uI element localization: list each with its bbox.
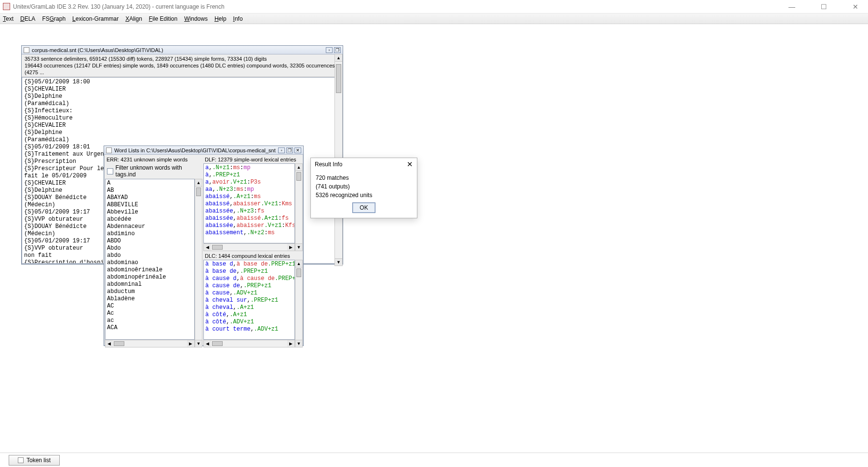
corpus-stats-line2: 196443 occurrences (12147 DLF entries) s… xyxy=(25,62,340,76)
scroll-right-icon[interactable]: ▶ xyxy=(287,340,294,347)
dlc-list[interactable]: à base d,à base de.PREP+z1 à base de,.PR… xyxy=(203,260,295,340)
result-close-icon[interactable]: ✕ xyxy=(407,160,413,169)
taskbar-token-list-label: Token list xyxy=(27,457,51,464)
document-icon xyxy=(24,47,29,53)
dlf-header: DLF: 12379 simple-word lexical entries xyxy=(203,156,303,163)
document-icon xyxy=(106,147,112,153)
scroll-right-icon[interactable]: ▶ xyxy=(287,244,294,251)
corpus-stats-line1: 35733 sentence delimiters, 659142 (15530… xyxy=(25,55,340,62)
menu-windows[interactable]: Windows xyxy=(184,15,208,22)
wordlists-window[interactable]: Word Lists in C:\Users\Asus\Desktop\GIT\… xyxy=(104,146,304,346)
result-matches: 720 matches xyxy=(316,173,412,182)
scroll-right-icon[interactable]: ▶ xyxy=(187,340,194,347)
scroll-thumb[interactable] xyxy=(336,64,341,93)
dlc-header: DLC: 1484 compound lexical entries xyxy=(203,252,303,260)
window-controls: — ☐ ✕ xyxy=(782,3,865,11)
window-titlebar: Unitex/GramLab IDE 3.2 Rev. 130 (January… xyxy=(0,0,868,13)
result-dialog-body: 720 matches (741 outputs) 5326 recognize… xyxy=(311,171,417,218)
wordlists-close-icon[interactable]: ✕ xyxy=(294,147,301,153)
document-icon xyxy=(18,457,24,463)
scroll-thumb[interactable] xyxy=(212,245,223,250)
filter-label: Filter unknown words with tags.ind xyxy=(116,164,200,178)
result-units: 5326 recognized units xyxy=(316,191,412,200)
result-dialog-title: Result Info xyxy=(315,161,342,168)
scroll-thumb[interactable] xyxy=(296,172,301,181)
err-header: ERR: 4231 unknown simple words xyxy=(105,156,202,163)
menu-dela[interactable]: DELA xyxy=(20,15,35,22)
ok-button[interactable]: OK xyxy=(352,202,375,213)
wordlists-min-icon[interactable]: ▫ xyxy=(278,147,285,153)
menu-info[interactable]: Info xyxy=(233,15,243,22)
scroll-left-icon[interactable]: ◀ xyxy=(106,340,113,347)
menu-file-edition[interactable]: File Edition xyxy=(149,15,177,22)
taskbar-token-list[interactable]: Token list xyxy=(9,455,60,466)
menu-text[interactable]: Text xyxy=(3,15,13,22)
scroll-up-icon[interactable]: ▲ xyxy=(295,164,302,171)
scroll-up-icon[interactable]: ▲ xyxy=(335,54,342,62)
scroll-thumb[interactable] xyxy=(196,187,201,196)
menubar: Text DELA FSGraph Lexicon-Grammar XAlign… xyxy=(0,13,868,24)
scroll-down-icon[interactable]: ▼ xyxy=(295,243,302,251)
wordlists-title: Word Lists in C:\Users\Asus\Desktop\GIT\… xyxy=(114,147,276,153)
wordlists-max-icon[interactable]: ❐ xyxy=(286,147,293,153)
err-vscrollbar[interactable]: ▲ ▼ xyxy=(195,179,202,347)
corpus-min-icon[interactable]: ▫ xyxy=(326,47,333,53)
err-list[interactable]: A AB ABAYAD ABBEVILLE Abbeville abcédée … xyxy=(105,179,195,340)
dlf-list[interactable]: a,.N+z1:ms:mp à,.PREP+z1 a,avoir.V+z1:P3… xyxy=(203,163,295,243)
corpus-window-titlebar[interactable]: corpus-medical.snt (C:\Users\Asus\Deskto… xyxy=(22,46,343,54)
result-outputs: (741 outputs) xyxy=(316,182,412,191)
scroll-down-icon[interactable]: ▼ xyxy=(195,340,202,347)
minimize-button[interactable]: — xyxy=(782,3,801,11)
err-hscrollbar[interactable]: ◀ ▶ xyxy=(105,340,195,347)
scroll-down-icon[interactable]: ▼ xyxy=(295,340,302,347)
corpus-stats: 35733 sentence delimiters, 659142 (15530… xyxy=(22,54,343,77)
scroll-left-icon[interactable]: ◀ xyxy=(204,340,211,347)
window-title: Unitex/GramLab IDE 3.2 Rev. 130 (January… xyxy=(13,3,225,10)
scroll-up-icon[interactable]: ▲ xyxy=(195,179,202,187)
mdi-area: corpus-medical.snt (C:\Users\Asus\Deskto… xyxy=(0,24,868,453)
mdi-taskbar: Token list xyxy=(0,453,868,467)
result-dialog-titlebar[interactable]: Result Info ✕ xyxy=(311,158,417,171)
dlf-panel: DLF: 12379 simple-word lexical entries a… xyxy=(203,156,303,251)
scroll-left-icon[interactable]: ◀ xyxy=(204,244,211,251)
dlf-hscrollbar[interactable]: ◀ ▶ xyxy=(203,243,295,251)
scroll-thumb[interactable] xyxy=(114,341,124,346)
maximize-button[interactable]: ☐ xyxy=(814,3,833,11)
corpus-window-title: corpus-medical.snt (C:\Users\Asus\Deskto… xyxy=(32,47,163,53)
menu-lexicon-grammar[interactable]: Lexicon-Grammar xyxy=(72,15,119,22)
dlc-vscrollbar[interactable]: ▲ ▼ xyxy=(295,260,303,347)
result-info-dialog[interactable]: Result Info ✕ 720 matches (741 outputs) … xyxy=(310,158,417,218)
scroll-up-icon[interactable]: ▲ xyxy=(295,260,302,267)
scroll-thumb[interactable] xyxy=(212,341,223,346)
menu-fsgraph[interactable]: FSGraph xyxy=(42,15,66,22)
close-button[interactable]: ✕ xyxy=(846,3,865,11)
menu-help[interactable]: Help xyxy=(214,15,227,22)
scroll-thumb[interactable] xyxy=(296,268,301,277)
corpus-max-icon[interactable]: ❐ xyxy=(334,47,341,53)
app-icon xyxy=(3,3,10,10)
dlf-vscrollbar[interactable]: ▲ ▼ xyxy=(295,163,303,251)
menu-xalign[interactable]: XAlign xyxy=(125,15,142,22)
err-panel: ERR: 4231 unknown simple words Filter un… xyxy=(105,156,202,347)
dlc-hscrollbar[interactable]: ◀ ▶ xyxy=(203,340,295,347)
dlc-panel: DLC: 1484 compound lexical entries à bas… xyxy=(203,252,303,347)
err-filter-row: Filter unknown words with tags.ind xyxy=(105,163,202,179)
scroll-down-icon[interactable]: ▼ xyxy=(335,258,342,266)
wordlists-titlebar[interactable]: Word Lists in C:\Users\Asus\Desktop\GIT\… xyxy=(104,146,303,155)
filter-checkbox[interactable] xyxy=(107,168,113,174)
